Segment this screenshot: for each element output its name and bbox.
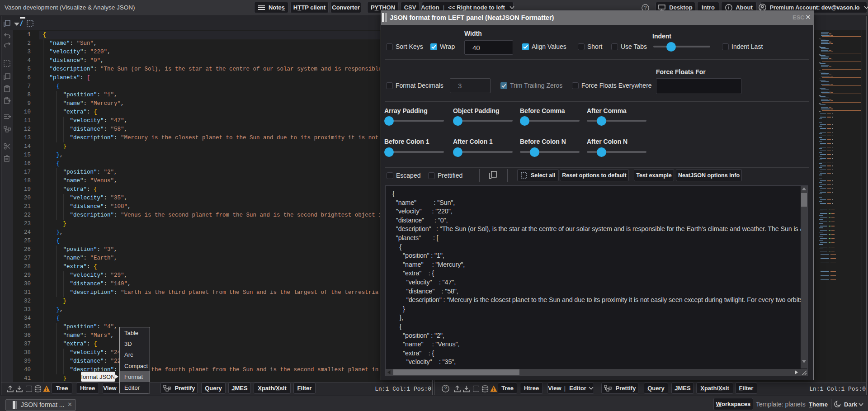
svg-text:?: ? — [644, 5, 646, 10]
svg-text:?: ? — [444, 386, 447, 391]
